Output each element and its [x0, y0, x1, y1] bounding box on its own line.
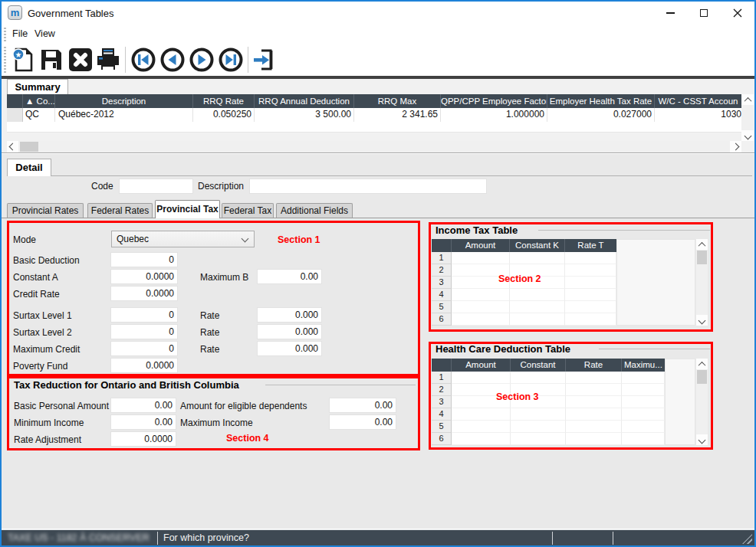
window-title: Government Tables [28, 8, 114, 19]
section1-annotation-box [7, 221, 420, 376]
chevron-left-icon [9, 143, 17, 151]
chevron-up-icon [744, 97, 751, 104]
summary-table-header: ▲ Co... Description RRQ Rate RRQ Annual … [7, 94, 741, 108]
cell-code[interactable]: QC [23, 108, 55, 122]
detail-tab[interactable]: Detail [7, 159, 51, 176]
minimize-button[interactable] [653, 2, 687, 25]
summary-empty-rows [7, 122, 741, 133]
minimize-icon [666, 12, 675, 14]
app-window: m Government Tables File View ★ [0, 0, 756, 547]
cell-employer-health-tax-rate[interactable]: 0.027000 [547, 108, 655, 122]
detail-tab-line [7, 175, 752, 176]
tab-federal-tax[interactable]: Federal Tax [222, 203, 274, 218]
first-record-button[interactable] [130, 47, 156, 73]
tab-additional-fields[interactable]: Additional Fields [276, 203, 353, 218]
section2-annotation-box [429, 222, 713, 332]
status-bar: TAXE US - 1182 À CONSERVER For which pro… [2, 529, 754, 546]
close-icon [733, 8, 742, 18]
menu-bar: File View [2, 25, 754, 44]
column-header-rrq-rate[interactable]: RRQ Rate [193, 94, 255, 108]
next-record-icon [189, 47, 215, 73]
menu-file[interactable]: File [12, 28, 28, 39]
app-logo-icon: m [8, 5, 22, 20]
chevron-right-icon [732, 143, 740, 151]
code-label: Code [91, 181, 113, 192]
next-record-button[interactable] [189, 47, 215, 73]
close-button[interactable] [721, 2, 754, 25]
delete-x-icon [67, 47, 94, 73]
cell-rrq-annual-deduction[interactable]: 3 500.00 [255, 108, 354, 122]
scroll-right-button[interactable] [730, 141, 741, 152]
cell-wc-csst-account[interactable]: 1030 [655, 108, 741, 122]
status-divider [157, 532, 158, 545]
cell-rrq-max[interactable]: 2 341.65 [354, 108, 441, 122]
description-input[interactable] [249, 179, 487, 194]
new-document-icon: ★ [10, 47, 36, 73]
print-button[interactable] [95, 47, 121, 73]
toolbar-separator [248, 47, 248, 73]
first-record-icon [130, 47, 156, 73]
summary-tab[interactable]: Summary [7, 79, 68, 94]
last-record-icon [218, 47, 244, 73]
maximize-icon [700, 9, 708, 17]
cell-qpp-cpp-employee-factor[interactable]: 1.000000 [441, 108, 547, 122]
table-row[interactable]: QC Québec-2012 0.050250 3 500.00 2 341.6… [7, 108, 741, 123]
tab-provincial-tax[interactable]: Provincial Tax [155, 200, 220, 218]
status-divider [552, 532, 553, 545]
previous-record-button[interactable] [159, 47, 186, 73]
tab-federal-rates[interactable]: Federal Rates [87, 203, 153, 218]
save-button[interactable] [38, 47, 64, 73]
scroll-left-button[interactable] [7, 141, 18, 152]
title-bar: m Government Tables [2, 2, 754, 25]
resize-grip[interactable] [742, 534, 752, 544]
column-header-qpp-cpp-employee-factor[interactable]: QPP/CPP Employee Factor [441, 94, 547, 108]
previous-record-icon [159, 47, 186, 73]
cell-description[interactable]: Québec-2012 [55, 108, 193, 122]
maximize-button[interactable] [687, 2, 721, 25]
status-message: For which province? [163, 532, 249, 543]
last-record-button[interactable] [218, 47, 244, 73]
section3-annotation: Section 3 [496, 391, 539, 402]
tabstrip-baseline [2, 218, 756, 218]
exit-door-icon [252, 47, 278, 73]
status-divider [613, 532, 613, 545]
code-input[interactable] [119, 179, 193, 194]
save-icon [38, 47, 64, 73]
status-left-redacted-text: TAXE US - 1182 À CONSERVER [8, 532, 150, 543]
menu-view[interactable]: View [35, 28, 55, 39]
toolbar-separator [125, 47, 126, 73]
section2-annotation: Section 2 [498, 274, 541, 284]
printer-icon [95, 47, 121, 73]
toolbar-grip[interactable] [4, 47, 6, 73]
section4-annotation-box [7, 376, 420, 450]
section1-annotation: Section 1 [278, 234, 320, 245]
summary-panel: Summary ▲ Co... Description RRQ Rate RRQ… [2, 79, 754, 153]
column-header-employer-health-tax-rate[interactable]: Employer Health Tax Rate [547, 94, 655, 108]
column-header-wc-csst-account[interactable]: W/C - CSST Accoun [655, 94, 741, 108]
cell-rrq-rate[interactable]: 0.050250 [193, 108, 255, 122]
chevron-down-icon [744, 132, 751, 139]
summary-vertical-scrollbar[interactable] [741, 94, 754, 141]
column-header-code[interactable]: ▲ Co... [23, 94, 55, 108]
svg-text:★: ★ [15, 51, 22, 59]
section3-annotation-box [429, 342, 713, 450]
delete-button[interactable] [67, 47, 94, 73]
column-header-selector[interactable] [7, 94, 23, 108]
toolbar: ★ [2, 44, 754, 76]
column-header-rrq-max[interactable]: RRQ Max [354, 94, 441, 108]
scroll-down-button[interactable] [741, 130, 754, 141]
row-selector-cell[interactable] [7, 108, 23, 122]
tab-provincial-rates[interactable]: Provincial Rates [7, 203, 84, 218]
scroll-up-button[interactable] [741, 94, 754, 105]
menubar-grip[interactable] [4, 28, 6, 41]
description-label: Description [198, 181, 244, 192]
column-header-rrq-annual-deduction[interactable]: RRQ Annual Deduction [255, 94, 354, 108]
new-record-button[interactable]: ★ [10, 47, 36, 73]
horizontal-scroll-thumb[interactable] [20, 142, 38, 152]
exit-button[interactable] [252, 47, 278, 73]
section4-annotation: Section 4 [226, 433, 269, 444]
summary-horizontal-scrollbar[interactable] [7, 141, 741, 152]
column-header-description[interactable]: Description [55, 94, 193, 108]
